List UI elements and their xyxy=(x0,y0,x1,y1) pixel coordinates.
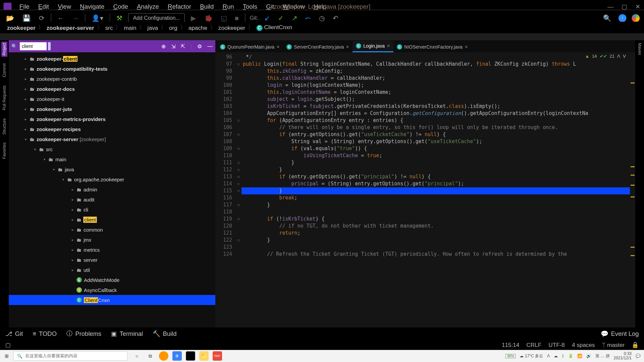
tree-row[interactable]: 🖿jmx xyxy=(9,235,215,245)
editor-tab[interactable]: CLogin.java✕ xyxy=(353,41,393,52)
coverage-button[interactable]: ◱ xyxy=(219,13,229,23)
intellij-icon[interactable] xyxy=(186,351,195,361)
tree-row[interactable]: 🖿zookeeper-it xyxy=(9,94,215,104)
git-history-icon[interactable]: ⤺ xyxy=(304,13,313,23)
breadcrumb-item[interactable]: zookeeper xyxy=(4,24,38,31)
tree-row[interactable]: 🖿org.apache.zookeeper xyxy=(9,174,215,184)
editor-tab[interactable]: CNIOServerCnxnFactory.java✕ xyxy=(393,42,471,52)
git-tool-window-button[interactable]: ⎇ Git xyxy=(5,330,23,337)
cortana-icon[interactable]: ○ xyxy=(132,351,142,361)
open-icon[interactable]: 📂 xyxy=(4,13,16,23)
tree-row[interactable]: 🖿server xyxy=(9,255,215,265)
tree-row[interactable]: 🖿zookeeper-docs xyxy=(9,84,215,94)
breadcrumb-item[interactable]: apache xyxy=(186,24,210,31)
git-push-icon[interactable]: ↗ xyxy=(290,13,299,23)
strip-maven[interactable]: Maven xyxy=(637,42,643,56)
inspection-widget[interactable]: ▲14 ✔✔21 ᐱ ᐯ xyxy=(585,54,626,59)
git-update-icon[interactable]: ↙ xyxy=(263,13,272,23)
settings-icon[interactable]: ⚙ xyxy=(197,43,202,50)
tree-row[interactable]: 🖿util xyxy=(9,265,215,275)
update-available-icon[interactable]: ↑ xyxy=(619,14,627,22)
todo-tool-window-button[interactable]: ≡ TODO xyxy=(33,330,57,337)
wifi-icon[interactable]: 📶 xyxy=(577,354,582,358)
breadcrumb-item[interactable]: main xyxy=(121,24,139,31)
breadcrumb-item[interactable]: zookeeper-server xyxy=(44,24,97,31)
editor-tab[interactable]: CServerCnxnFactory.java✕ xyxy=(283,42,353,52)
clock[interactable]: 0:33 2021/12/1 xyxy=(614,352,632,360)
strip-favorites[interactable]: Favorites xyxy=(1,141,7,160)
git-clock-icon[interactable]: ◷ xyxy=(317,13,327,23)
tree-row[interactable]: 🖿zookeeper-server [zookeeper] xyxy=(9,134,215,144)
ime-indicator[interactable]: 英 … 拼 xyxy=(595,353,610,359)
volume-icon[interactable]: 🔊 xyxy=(586,354,591,358)
tree-row[interactable]: 🖿main xyxy=(9,154,215,164)
strip-project[interactable]: Project xyxy=(1,42,7,57)
windows-search-box[interactable]: 🔍 在这里输入你要搜索的内容 xyxy=(13,351,127,361)
select-opened-file-icon[interactable]: ⊕ xyxy=(161,43,166,50)
tree-row[interactable]: 🖿client xyxy=(9,215,215,225)
fold-gutter[interactable]: ⊟⊟⊟⊟⊟⊟⊟⊟⊟⊟⊟⊟ xyxy=(235,52,241,327)
terminal-tool-window-button[interactable]: ▣ Terminal xyxy=(111,330,143,337)
run-button[interactable]: ▶ xyxy=(189,13,198,23)
tree-row[interactable]: 🖿src xyxy=(9,144,215,154)
strip-pull-requests[interactable]: Pull Requests xyxy=(1,84,7,112)
file-encoding[interactable]: UTF-8 xyxy=(548,342,565,348)
editor-tab[interactable]: CQuorumPeerMain.java✕ xyxy=(217,42,283,52)
refresh-icon[interactable]: ⟳ xyxy=(37,13,47,23)
git-branch-widget[interactable]: ᛘ master xyxy=(602,342,625,348)
hide-icon[interactable]: — xyxy=(207,43,213,49)
ide-features-icon[interactable] xyxy=(632,14,640,22)
code-area[interactable]: */public Login(final String loginContext… xyxy=(241,52,630,327)
minimize-button[interactable]: — xyxy=(607,3,613,10)
tray-chevron-icon[interactable]: ᐱ xyxy=(547,354,550,358)
weather-widget[interactable]: ☁ 17°C 多云 xyxy=(520,353,543,359)
git-rollback-icon[interactable]: ↶ xyxy=(331,13,340,23)
tree-row[interactable]: 🖿java xyxy=(9,164,215,174)
tree-row[interactable]: 🖿zookeeper-contrib xyxy=(9,74,215,84)
strip-commit[interactable]: Commit xyxy=(1,62,7,78)
tree-row[interactable]: 🖿zookeeper-recipes xyxy=(9,124,215,134)
error-stripe[interactable] xyxy=(630,52,635,327)
close-button[interactable]: ✕ xyxy=(635,3,641,10)
tree-row[interactable]: 🖿metrics xyxy=(9,245,215,255)
caret-position[interactable]: 115:14 xyxy=(502,342,519,348)
start-button[interactable]: ⊞ xyxy=(0,353,13,359)
pdf-icon[interactable]: PDF xyxy=(213,351,222,361)
bluetooth-icon[interactable]: ᛒ xyxy=(562,354,564,358)
tree-row[interactable]: 🖿zookeeper-compatibility-tests xyxy=(9,64,215,74)
save-icon[interactable]: 💾 xyxy=(21,13,33,23)
strip-structure[interactable]: Structure xyxy=(1,117,7,136)
breadcrumb-item[interactable]: src xyxy=(103,24,116,31)
battery-indicator[interactable]: 96% xyxy=(505,354,516,358)
search-everywhere-icon[interactable]: 🔍 xyxy=(601,13,613,23)
problems-tool-window-button[interactable]: ⓘ Problems xyxy=(66,330,101,338)
git-commit-icon[interactable]: ✓ xyxy=(276,13,286,23)
debug-button[interactable]: 🐞 xyxy=(203,13,215,23)
tree-row[interactable]: CClientCnxn xyxy=(9,295,215,305)
notifications-icon[interactable]: 💬 xyxy=(636,354,641,358)
lock-icon[interactable]: 🔒 xyxy=(632,342,639,348)
back-button[interactable]: ← xyxy=(56,13,66,23)
tree-row[interactable]: 🖿zookeeper-metrics-providers xyxy=(9,114,215,124)
close-tab-icon[interactable]: ✕ xyxy=(387,44,390,48)
next-highlight-button[interactable]: ᐯ xyxy=(623,54,626,59)
feishu-icon[interactable]: ✈ xyxy=(172,351,182,361)
breadcrumb-item[interactable]: java xyxy=(145,24,161,31)
tree-row[interactable]: EAddWatchMode xyxy=(9,275,215,285)
event-log-button[interactable]: 💬 Event Log xyxy=(601,330,639,337)
project-tree[interactable]: 🖿zookeeper-client🖿zookeeper-compatibilit… xyxy=(9,52,215,327)
build-tool-window-button[interactable]: 🔨 Build xyxy=(153,330,176,337)
power-icon[interactable]: 🔋 xyxy=(568,354,573,358)
user-icon[interactable]: 👤▾ xyxy=(90,13,105,23)
line-separator[interactable]: CRLF xyxy=(526,342,541,348)
close-tab-icon[interactable]: ✕ xyxy=(346,45,349,49)
maximize-button[interactable]: ▢ xyxy=(622,3,627,10)
stop-button[interactable]: ■ xyxy=(233,13,240,23)
breadcrumb-item[interactable]: org xyxy=(166,24,180,31)
tree-row[interactable]: 🖿zookeeper-client xyxy=(9,54,215,64)
hammer-icon[interactable]: ⚒ xyxy=(114,13,124,23)
task-view-icon[interactable]: ⧉ xyxy=(146,351,155,361)
status-box-icon[interactable]: ▢ xyxy=(5,342,11,348)
tree-row[interactable]: 🖿admin xyxy=(9,184,215,194)
tree-row[interactable]: 🖿zookeeper-jute xyxy=(9,104,215,114)
